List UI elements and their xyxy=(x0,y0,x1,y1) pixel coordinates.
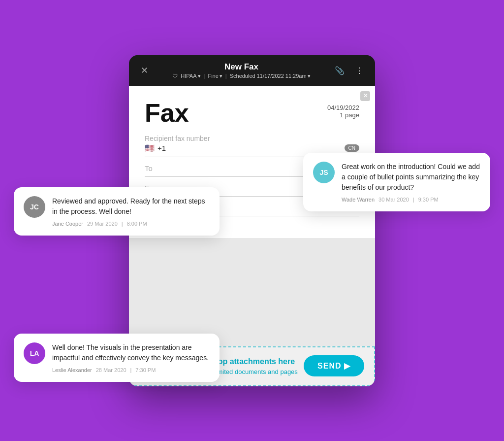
title-bar: ✕ New Fax 🛡 HIPAA ▾ | Fine ▾ | Scheduled… xyxy=(129,55,375,86)
drop-zone-title: Drop attachments here xyxy=(209,357,295,366)
avatar-la: LA xyxy=(24,342,45,364)
close-button[interactable]: ✕ xyxy=(139,63,150,78)
fax-title: Fax xyxy=(145,100,189,126)
comment-time-jc: 8:00 PM xyxy=(127,221,147,227)
fax-pages: 1 page xyxy=(327,111,359,119)
divider2: | xyxy=(225,73,227,79)
paper-close-button[interactable]: ✕ xyxy=(360,91,370,101)
comment-text-js: Great work on the introduction! Could we… xyxy=(342,162,480,193)
recipient-label: Recipient fax number xyxy=(145,135,359,142)
fax-date-info: 04/19/2022 1 page xyxy=(327,104,359,119)
comment-body-jc: Reviewed and approved. Ready for the nex… xyxy=(52,196,210,227)
comment-author-la: Leslie Alexander xyxy=(52,367,92,373)
comment-meta-jc: Jane Cooper 29 Mar 2020 | 8:00 PM xyxy=(52,221,210,227)
comment-date-js: 30 Mar 2020 xyxy=(378,197,409,203)
attach-button[interactable]: 📎 xyxy=(333,64,346,77)
comment-author-jc: Jane Cooper xyxy=(52,221,83,227)
fine-arrow-icon: ▾ xyxy=(220,73,222,79)
comment-body-la: Well done! The visuals in the presentati… xyxy=(52,342,210,373)
title-bar-center: New Fax 🛡 HIPAA ▾ | Fine ▾ | Scheduled 1… xyxy=(172,62,310,79)
comment-author-js: Wade Warren xyxy=(342,197,375,203)
comment-divider-js: | xyxy=(413,197,414,203)
comment-card-js: JS Great work on the introduction! Could… xyxy=(303,153,490,211)
comment-meta-la: Leslie Alexander 28 Mar 2020 | 7:30 PM xyxy=(52,367,210,373)
spacer-area xyxy=(129,238,375,346)
country-code: +1 xyxy=(158,144,166,152)
comment-text-jc: Reviewed and approved. Ready for the nex… xyxy=(52,196,210,217)
hipaa-dropdown[interactable]: HIPAA ▾ xyxy=(181,73,200,79)
comment-card-la: LA Well done! The visuals in the present… xyxy=(14,334,220,382)
comment-date-la: 28 Mar 2020 xyxy=(96,367,126,373)
comment-card-jc: JC Reviewed and approved. Ready for the … xyxy=(14,187,220,236)
send-button[interactable]: SEND ▶ xyxy=(304,355,364,376)
fax-date: 04/19/2022 xyxy=(327,104,359,111)
title-bar-right: 📎 ⋮ xyxy=(333,64,365,77)
comment-date-jc: 29 Mar 2020 xyxy=(87,221,118,227)
comment-body-js: Great work on the introduction! Could we… xyxy=(342,162,480,203)
more-button[interactable]: ⋮ xyxy=(353,64,365,77)
to-label: To xyxy=(145,164,153,172)
window-title: New Fax xyxy=(224,62,258,72)
title-bar-left: ✕ xyxy=(139,63,150,78)
fine-dropdown[interactable]: Fine ▾ xyxy=(208,73,222,79)
drop-zone-subtitle: Unlimited documents and pages xyxy=(206,368,298,375)
comment-text-la: Well done! The visuals in the presentati… xyxy=(52,342,210,363)
comment-time-la: 7:30 PM xyxy=(135,367,156,373)
hipaa-arrow-icon: ▾ xyxy=(198,73,201,79)
avatar-js: JS xyxy=(313,162,335,183)
hipaa-icon: 🛡 xyxy=(172,73,178,79)
divider1: | xyxy=(204,73,205,79)
fax-header: Fax 04/19/2022 1 page xyxy=(145,100,359,126)
scheduled-dropdown[interactable]: Scheduled 11/17/2022 11:29am ▾ xyxy=(230,73,311,79)
flag-icon: 🇺🇸 xyxy=(145,143,155,153)
comment-meta-js: Wade Warren 30 Mar 2020 | 9:30 PM xyxy=(342,197,480,203)
scheduled-arrow-icon: ▾ xyxy=(308,73,311,79)
avatar-jc: JC xyxy=(24,196,45,218)
comment-time-js: 9:30 PM xyxy=(418,197,439,203)
title-bar-subtitle: 🛡 HIPAA ▾ | Fine ▾ | Scheduled 11/17/202… xyxy=(172,73,310,79)
phone-input-group: 🇺🇸 +1 xyxy=(145,143,166,153)
contact-button[interactable]: CN xyxy=(345,144,359,152)
comment-divider-jc: | xyxy=(122,221,123,227)
comment-divider-la: | xyxy=(130,367,132,373)
